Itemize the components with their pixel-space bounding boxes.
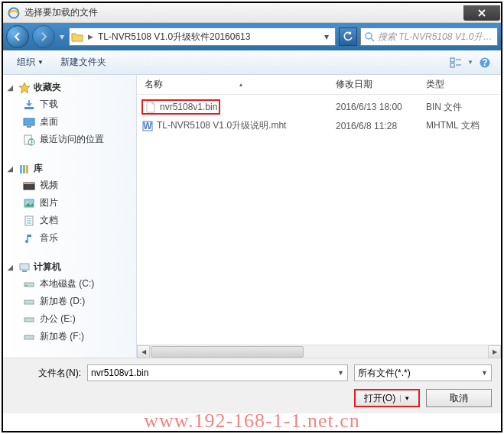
nav-dropdown[interactable]: ▾: [58, 29, 66, 44]
filetype-filter[interactable]: 所有文件(*.*) ▼: [354, 364, 492, 381]
sidebar-item-pictures[interactable]: 图片: [5, 194, 135, 212]
bottom-panel: 文件名(N): nvr5108v1.bin ▼ 所有文件(*.*) ▼ 打开(O…: [3, 358, 501, 413]
column-headers: 名称▴ 修改日期 类型: [137, 75, 501, 95]
horizontal-scrollbar[interactable]: ◀ ▶: [137, 345, 501, 358]
search-icon: [364, 31, 375, 42]
column-date[interactable]: 修改日期: [336, 78, 426, 91]
sidebar-item-drive-d[interactable]: 新加卷 (D:): [5, 293, 135, 310]
svg-point-19: [24, 183, 25, 183]
organize-menu[interactable]: 组织 ▼: [11, 53, 50, 71]
svg-rect-31: [24, 283, 34, 287]
cancel-button[interactable]: 取消: [426, 389, 492, 407]
file-type: BIN 文件: [426, 101, 487, 114]
chevron-down-icon[interactable]: ▼: [481, 369, 488, 377]
chevron-down-icon: ▼: [37, 59, 44, 66]
sidebar-item-videos[interactable]: 视频: [5, 177, 135, 194]
picture-icon: [23, 197, 35, 209]
new-folder-button[interactable]: 新建文件夹: [54, 53, 112, 71]
document-icon: [23, 215, 35, 227]
refresh-button[interactable]: [339, 28, 357, 46]
recent-icon: [23, 134, 35, 146]
sidebar-item-recent[interactable]: 最近访问的位置: [5, 131, 135, 148]
svg-rect-29: [20, 264, 29, 270]
chevron-right-icon: ▶: [86, 33, 95, 40]
computer-icon: [18, 261, 31, 274]
scroll-right-icon[interactable]: ▶: [488, 345, 501, 358]
sidebar-item-drive-e[interactable]: 办公 (E:): [5, 310, 135, 328]
search-input[interactable]: 搜索 TL-NVR5108 V1.0升级...: [360, 28, 498, 46]
svg-rect-14: [20, 165, 22, 173]
desktop-icon: [23, 116, 35, 128]
svg-point-21: [29, 183, 30, 183]
sidebar-item-documents[interactable]: 文档: [5, 212, 135, 229]
svg-rect-4: [450, 63, 454, 67]
sidebar-item-drive-c[interactable]: 本地磁盘 (C:): [5, 275, 135, 293]
file-row[interactable]: nvr5108v1.bin 2016/6/13 18:00 BIN 文件: [137, 97, 501, 117]
toolbar: 组织 ▼ 新建文件夹 ▼ ?: [3, 50, 501, 75]
svg-rect-33: [24, 300, 34, 304]
file-row[interactable]: W TL-NVR5108 V1.0升级说明.mht 2016/6/8 11:28…: [137, 117, 501, 134]
svg-point-28: [25, 240, 28, 243]
view-dropdown[interactable]: ▼: [466, 54, 475, 71]
mht-icon: W: [141, 120, 154, 132]
breadcrumb-path: TL-NVR5108 V1.0升级软件20160613: [98, 31, 317, 44]
sidebar-libraries-header[interactable]: ◢ 库: [5, 160, 135, 177]
sidebar-favorites: ◢ 收藏夹 下载 桌面 最近访问的位置: [5, 79, 135, 148]
svg-rect-32: [25, 285, 28, 286]
svg-rect-16: [26, 165, 28, 173]
file-type: MHTML 文档: [426, 119, 487, 132]
titlebar: 选择要加载的文件: [3, 3, 501, 23]
svg-text:?: ?: [482, 57, 487, 68]
drive-icon: [23, 331, 35, 343]
sidebar-item-downloads[interactable]: 下载: [5, 96, 135, 113]
file-icon: [145, 101, 157, 113]
drive-icon: [23, 278, 35, 290]
file-name: nvr5108v1.bin: [160, 102, 217, 112]
column-name[interactable]: 名称▴: [137, 78, 336, 91]
sidebar-item-music[interactable]: 音乐: [5, 229, 135, 247]
svg-rect-9: [24, 107, 34, 109]
file-list: 名称▴ 修改日期 类型 nvr5108v1.bin 2016/6/13 18:0…: [137, 75, 501, 358]
column-type[interactable]: 类型: [426, 78, 487, 91]
sidebar-libraries: ◢ 库 视频 图片 文档 音乐: [5, 160, 135, 247]
svg-point-1: [366, 33, 372, 39]
svg-rect-11: [27, 126, 31, 128]
chevron-down-icon[interactable]: ▼: [400, 395, 410, 402]
drive-icon: [23, 296, 35, 308]
svg-text:W: W: [143, 121, 152, 131]
drive-icon: [23, 313, 35, 326]
svg-point-20: [27, 183, 28, 183]
sidebar-computer-header[interactable]: ◢ 计算机: [5, 259, 135, 275]
sidebar-item-desktop[interactable]: 桌面: [5, 113, 135, 131]
music-icon: [23, 232, 35, 245]
sidebar-favorites-header[interactable]: ◢ 收藏夹: [5, 79, 135, 96]
svg-rect-12: [24, 135, 31, 144]
scroll-left-icon[interactable]: ◀: [137, 345, 150, 358]
file-name: TL-NVR5108 V1.0升级说明.mht: [157, 119, 286, 132]
close-button[interactable]: [463, 5, 500, 21]
filename-input[interactable]: nvr5108v1.bin ▼: [87, 364, 348, 381]
open-button[interactable]: 打开(O) ▼: [354, 389, 420, 407]
view-options-button[interactable]: [447, 54, 464, 71]
sidebar-item-drive-f[interactable]: 新加卷 (F:): [5, 328, 135, 345]
help-button[interactable]: ?: [476, 54, 493, 71]
svg-point-23: [27, 201, 29, 203]
window-title: 选择要加载的文件: [24, 6, 463, 19]
scroll-thumb[interactable]: [151, 346, 304, 358]
breadcrumb-dropdown[interactable]: ▾: [320, 31, 333, 42]
caret-icon: ◢: [8, 264, 15, 271]
file-date: 2016/6/8 11:28: [336, 121, 426, 131]
chevron-down-icon[interactable]: ▼: [337, 369, 344, 377]
filename-label: 文件名(N):: [12, 367, 81, 380]
star-icon: [18, 82, 31, 94]
svg-rect-3: [450, 58, 454, 62]
breadcrumb[interactable]: ▶ TL-NVR5108 V1.0升级软件20160613 ▾: [69, 28, 336, 46]
library-icon: [18, 163, 31, 175]
caret-icon: ◢: [8, 84, 15, 92]
back-button[interactable]: [6, 25, 29, 48]
folder-icon: [71, 31, 83, 42]
sort-icon: ▴: [239, 81, 242, 88]
download-icon: [23, 99, 35, 111]
svg-line-2: [371, 38, 374, 41]
forward-button[interactable]: [32, 25, 55, 48]
